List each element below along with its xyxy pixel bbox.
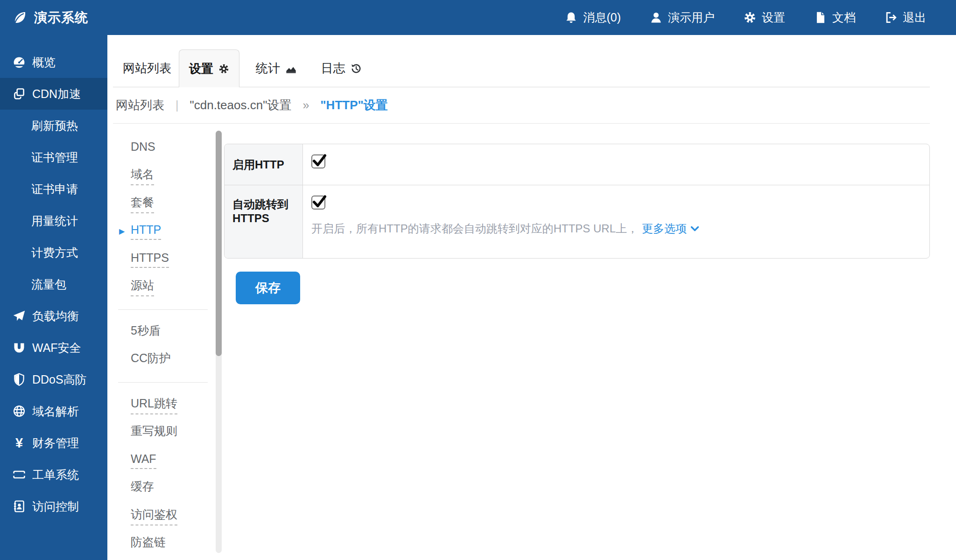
submenu-item-label: 防盗链 <box>131 534 166 553</box>
sidebar-item-label: 域名解析 <box>32 404 79 419</box>
sidebar: 概览 CDN加速 刷新预热 证书管理 证书申请 用量统计 计费方式 <box>0 35 107 560</box>
tab-statistics[interactable]: 统计 <box>244 49 309 87</box>
scrollbar-thumb[interactable] <box>216 131 222 356</box>
submenu-item-label: 访问鉴权 <box>131 507 177 525</box>
settings-submenu: DNS 域名 套餐 ▶ HTTP HTTPS 源站 5秒盾 C <box>119 134 210 558</box>
sidebar-item-cert-manage[interactable]: 证书管理 <box>0 141 107 173</box>
sidebar-item-label: CDN加速 <box>32 86 81 102</box>
submenu-item-label: CC防护 <box>131 350 171 369</box>
submenu-item-access-auth[interactable]: 访问鉴权 <box>119 502 210 530</box>
sidebar-item-label: WAF安全 <box>32 340 81 356</box>
tab-label: 日志 <box>321 60 345 77</box>
enable-http-checkbox[interactable] <box>311 154 325 168</box>
more-options-link[interactable]: 更多选项 <box>642 221 699 236</box>
submenu-item-label: 5秒盾 <box>131 323 161 342</box>
breadcrumb-http-settings[interactable]: "HTTP"设置 <box>320 97 388 113</box>
topbar-item-settings[interactable]: 设置 <box>744 10 785 25</box>
breadcrumb-separator-pipe: | <box>176 98 179 112</box>
breadcrumb-website-list[interactable]: 网站列表 <box>116 97 164 113</box>
bell-icon <box>565 11 577 24</box>
more-options-label: 更多选项 <box>642 221 687 236</box>
topbar-item-docs[interactable]: 文档 <box>814 10 856 25</box>
setting-value-cell <box>303 144 929 185</box>
save-button[interactable]: 保存 <box>236 272 300 304</box>
breadcrumb: 网站列表 | "cdn.teaos.cn"设置 » "HTTP"设置 <box>113 87 930 124</box>
sidebar-item-access-control[interactable]: 访问控制 <box>0 490 107 522</box>
topbar-item-label: 演示用户 <box>668 10 715 25</box>
sidebar-item-label: 证书管理 <box>31 150 78 165</box>
magnet-icon <box>13 341 26 354</box>
ticket-icon <box>13 468 26 481</box>
description-text: 开启后，所有HTTP的请求都会自动跳转到对应的HTTPS URL上， <box>311 221 638 236</box>
paper-plane-icon <box>13 309 26 322</box>
sidebar-item-ddos[interactable]: DDoS高防 <box>0 364 107 395</box>
app: 演示系统 消息(0) 演示用户 <box>0 0 956 560</box>
submenu-item-waf[interactable]: WAF <box>119 447 210 475</box>
document-icon <box>814 11 827 24</box>
sidebar-item-refresh-preheat[interactable]: 刷新预热 <box>0 110 107 141</box>
logout-icon <box>885 11 897 24</box>
shield-icon <box>13 373 26 386</box>
sidebar-item-cdn[interactable]: CDN加速 <box>0 78 107 110</box>
submenu-item-domain[interactable]: 域名 <box>119 162 210 190</box>
active-pointer-icon: ▶ <box>119 225 125 238</box>
scrollbar-track[interactable] <box>216 131 222 553</box>
sidebar-item-waf[interactable]: WAF安全 <box>0 332 107 364</box>
topbar-item-label: 文档 <box>832 10 856 25</box>
sidebar-item-tickets[interactable]: 工单系统 <box>0 459 107 490</box>
sidebar-item-billing-method[interactable]: 计费方式 <box>0 237 107 268</box>
submenu-item-5s-shield[interactable]: 5秒盾 <box>119 318 210 346</box>
sidebar-item-label: 访问控制 <box>32 499 79 514</box>
sidebar-item-traffic-pack[interactable]: 流量包 <box>0 268 107 300</box>
sidebar-item-load-balance[interactable]: 负载均衡 <box>0 300 107 332</box>
tab-label: 设置 <box>189 61 213 77</box>
submenu-item-https[interactable]: HTTPS <box>119 245 210 273</box>
submenu-divider <box>118 382 208 383</box>
tab-logs[interactable]: 日志 <box>311 49 372 87</box>
id-card-icon <box>13 500 26 513</box>
topbar-item-label: 设置 <box>762 10 785 25</box>
settings-table: 启用HTTP 自动跳转到HTTPS <box>224 144 930 259</box>
breadcrumb-site-settings[interactable]: "cdn.teaos.cn"设置 <box>190 97 292 113</box>
sidebar-item-dns-resolve[interactable]: 域名解析 <box>0 395 107 427</box>
submenu-item-cache[interactable]: 缓存 <box>119 475 210 503</box>
setting-label-enable-http: 启用HTTP <box>225 144 303 185</box>
submenu-item-dns[interactable]: DNS <box>119 134 210 162</box>
submenu-item-cc-protect[interactable]: CC防护 <box>119 346 210 374</box>
brand-title: 演示系统 <box>34 9 88 27</box>
submenu-item-plan[interactable]: 套餐 <box>119 190 210 218</box>
yen-icon: ¥ <box>13 436 26 449</box>
gauge-icon <box>13 56 26 69</box>
submenu-item-label: HTTPS <box>131 251 169 268</box>
content: 网站列表 设置 统计 <box>107 35 956 560</box>
sidebar-item-overview[interactable]: 概览 <box>0 46 107 78</box>
submenu-item-origin[interactable]: 源站 <box>119 273 210 301</box>
sidebar-item-label: DDoS高防 <box>32 372 87 387</box>
sidebar-item-finance[interactable]: ¥ 财务管理 <box>0 427 107 459</box>
globe-icon <box>13 405 26 418</box>
tabbar: 网站列表 设置 统计 <box>113 35 930 87</box>
submenu-item-hotlink-protect[interactable]: 防盗链 <box>119 530 210 558</box>
redirect-https-description: 开启后，所有HTTP的请求都会自动跳转到对应的HTTPS URL上， 更多选项 <box>311 221 929 236</box>
redirect-https-checkbox[interactable] <box>311 196 325 210</box>
topbar-item-user[interactable]: 演示用户 <box>650 10 715 25</box>
sidebar-item-cert-apply[interactable]: 证书申请 <box>0 173 107 205</box>
tab-website-list[interactable]: 网站列表 <box>117 49 177 87</box>
sidebar-item-label: 工单系统 <box>32 467 79 483</box>
sidebar-item-label: 负载均衡 <box>32 308 79 324</box>
submenu-item-label: 域名 <box>131 167 154 185</box>
topbar-item-logout[interactable]: 退出 <box>885 10 926 25</box>
submenu-item-http[interactable]: ▶ HTTP <box>119 218 210 246</box>
submenu-item-label: HTTP <box>131 223 161 240</box>
topbar-item-messages[interactable]: 消息(0) <box>565 10 621 25</box>
sidebar-item-usage-stats[interactable]: 用量统计 <box>0 205 107 237</box>
setting-label-redirect-https: 自动跳转到HTTPS <box>225 185 303 258</box>
submenu-divider <box>118 309 208 310</box>
topbar-item-label: 消息(0) <box>583 10 621 25</box>
submenu-item-url-redirect[interactable]: URL跳转 <box>119 391 210 419</box>
tab-settings[interactable]: 设置 <box>179 49 239 87</box>
sidebar-item-label: 证书申请 <box>31 182 78 197</box>
tab-label: 网站列表 <box>123 60 171 77</box>
submenu-item-label: DNS <box>131 140 155 157</box>
submenu-item-rewrite-rules[interactable]: 重写规则 <box>119 419 210 447</box>
